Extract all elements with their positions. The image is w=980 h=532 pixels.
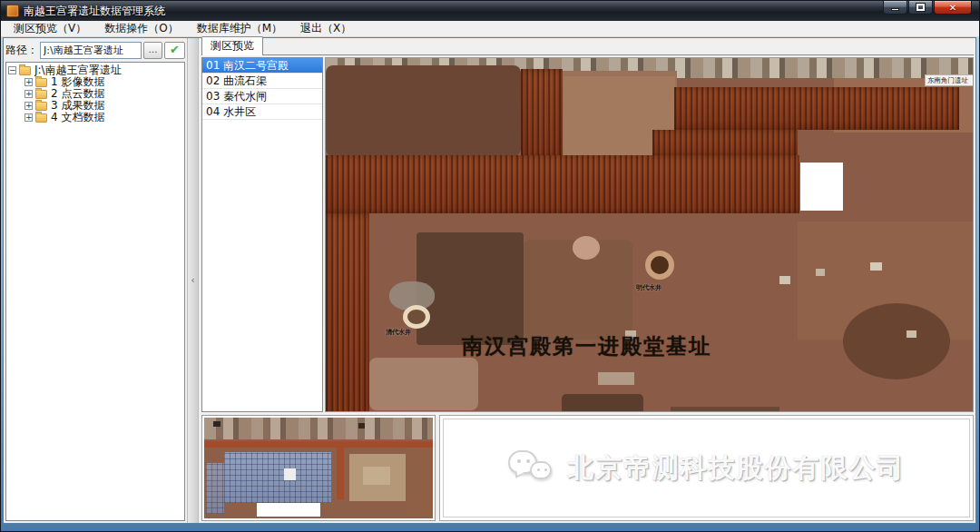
close-button[interactable]: ✕ <box>934 1 972 15</box>
maximize-button[interactable] <box>908 1 933 15</box>
expand-icon[interactable]: + <box>24 113 33 122</box>
tab-bar: 测区预览 <box>201 38 974 55</box>
minimize-button[interactable] <box>883 1 907 15</box>
tab-area-preview[interactable]: 测区预览 <box>201 36 263 55</box>
soil-patch <box>326 65 521 156</box>
collapse-icon[interactable]: − <box>8 66 16 74</box>
thumb-path-horizontal <box>204 441 433 448</box>
site-row-qin-sluice[interactable]: 03 秦代水闸 <box>202 89 322 104</box>
minimize-icon <box>891 8 899 11</box>
thumb-grid-area <box>224 452 331 503</box>
soil-patch <box>562 394 643 412</box>
expand-icon[interactable]: + <box>24 78 33 86</box>
left-panel: 路径： … ✔ − J:\南越王宫署遗址 + 1 影像数据 + <box>4 38 187 523</box>
menu-database-maintenance[interactable]: 数据库维护（M） <box>188 20 291 37</box>
excavation-caption: 南汉宫殿第一进殿堂基址 <box>462 332 711 360</box>
confirm-path-button[interactable]: ✔ <box>164 42 185 59</box>
soil-patch <box>369 358 478 410</box>
well-marker-left <box>403 305 430 329</box>
roof-band-middle <box>326 155 799 213</box>
path-input[interactable] <box>40 42 142 59</box>
thumb-grid-white-block <box>284 468 296 480</box>
thumb-platform-inner <box>363 467 390 485</box>
path-bar: 路径： … ✔ <box>5 40 185 60</box>
corner-gate-label: 东南角门遗址 <box>925 74 974 86</box>
thumb-top-strip <box>204 418 433 439</box>
site-list: 01 南汉二号宫殿 02 曲流石渠 03 秦代水闸 04 水井区 <box>201 57 323 412</box>
folder-tree: − J:\南越王宫署遗址 + 1 影像数据 + 2 点云数据 + <box>5 62 185 521</box>
maximize-icon <box>916 4 925 11</box>
path-label: 路径： <box>5 43 38 58</box>
bottom-row: 北京帝测科技股份有限公司 <box>201 415 974 521</box>
workspace: 路径： … ✔ − J:\南越王宫署遗址 + 1 影像数据 + <box>3 37 976 524</box>
roof-band-middle-ext <box>652 130 798 157</box>
overview-thumbnail-panel[interactable] <box>201 415 436 521</box>
tree-item-documents[interactable]: + 4 文档数据 <box>8 112 184 123</box>
stone-fragment <box>779 276 790 284</box>
content-area: 01 南汉二号宫殿 02 曲流石渠 03 秦代水闸 04 水井区 <box>201 55 974 412</box>
menu-exit[interactable]: 退出（X） <box>291 20 360 37</box>
brand-panel: 北京帝测科技股份有限公司 <box>439 415 974 521</box>
close-icon: ✕ <box>949 3 956 13</box>
folder-icon <box>35 113 47 123</box>
stone-fragment <box>816 269 825 276</box>
expand-icon[interactable]: + <box>24 90 33 98</box>
folder-icon <box>35 102 47 111</box>
dark-oval-feature <box>843 303 950 379</box>
roof-strip-left <box>326 213 369 412</box>
site-row-stone-channel[interactable]: 02 曲流石渠 <box>202 74 322 89</box>
site-row-nanhan-palace[interactable]: 01 南汉二号宫殿 <box>202 58 322 74</box>
thumb-right-soil <box>406 448 433 517</box>
expand-icon[interactable]: + <box>24 102 33 110</box>
window-controls: ✕ <box>882 1 972 15</box>
stone-fragment <box>870 262 882 271</box>
folder-icon <box>35 90 47 99</box>
menu-data-operations[interactable]: 数据操作（O） <box>95 20 187 37</box>
thumb-dark-spot <box>213 421 220 427</box>
thumb-white-notch <box>257 503 320 517</box>
browse-button[interactable]: … <box>143 42 162 59</box>
overview-thumbnail-image <box>204 418 433 518</box>
well-left-label: 清代水井 <box>386 328 411 337</box>
thumb-path-vertical <box>337 441 344 499</box>
pink-feature-circle <box>573 236 600 260</box>
roof-band-top-right <box>674 87 959 130</box>
window-title: 南越王宫署遗址数据管理系统 <box>24 4 165 19</box>
well-marker-ming <box>645 251 674 280</box>
title-bar: 南越王宫署遗址数据管理系统 ✕ <box>1 1 979 21</box>
stone-fragment <box>598 372 634 385</box>
soil-patch <box>671 407 779 412</box>
blank-white-block <box>800 163 843 211</box>
tree-item-label: 4 文档数据 <box>51 110 104 125</box>
wechat-icon <box>508 450 555 487</box>
site-row-well-area[interactable]: 04 水井区 <box>202 104 322 120</box>
app-window: 南越王宫署遗址数据管理系统 ✕ 测区预览（V） 数据操作（O） 数据库维护（M）… <box>0 0 980 532</box>
roof-strip-vertical <box>521 69 563 158</box>
menu-area-preview[interactable]: 测区预览（V） <box>5 20 95 37</box>
right-panel: 测区预览 01 南汉二号宫殿 02 曲流石渠 03 秦代水闸 04 水井区 <box>199 38 975 523</box>
stone-fragment <box>906 330 916 338</box>
panel-splitter[interactable]: ‹ <box>187 38 199 523</box>
folder-icon <box>19 66 31 75</box>
company-watermark: 北京帝测科技股份有限公司 <box>568 450 906 487</box>
folder-icon <box>35 78 47 87</box>
collapse-panel-icon[interactable]: ‹ <box>191 276 194 285</box>
menu-bar: 测区预览（V） 数据操作（O） 数据库维护（M） 退出（X） <box>1 21 979 37</box>
thumb-grid-column <box>206 463 224 514</box>
thumb-dark-spot <box>358 423 365 429</box>
app-icon <box>6 5 19 17</box>
well-right-label: 明代水井 <box>636 283 662 292</box>
orthophoto-viewer[interactable]: 清代水井 明代水井 东南角门遗址 南汉宫殿第一进殿堂基址 <box>325 57 974 412</box>
